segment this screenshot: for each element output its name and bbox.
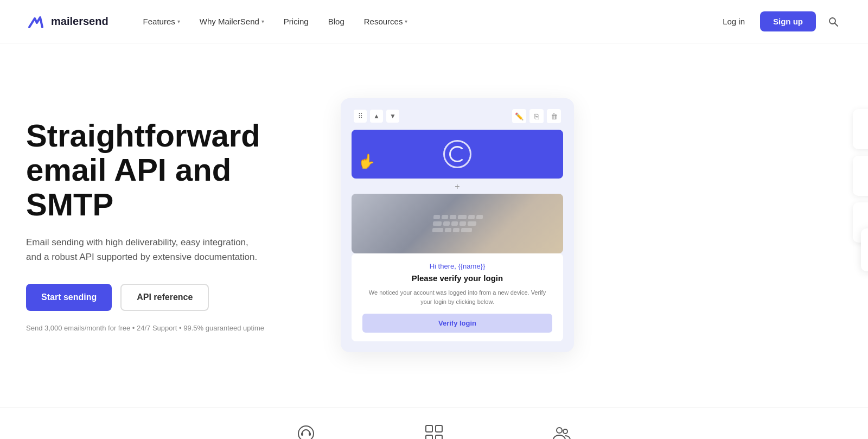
side-panel: Header Product xyxy=(853,109,868,243)
svg-point-11 xyxy=(298,426,314,439)
svg-rect-16 xyxy=(426,435,432,439)
drag-handle-icon: ⠿ xyxy=(354,110,367,123)
builder-toolbar: ⠿ ▲ ▼ ✏️ ⎘ 🗑 xyxy=(352,109,563,123)
nav-links: Features ▾ Why MailerSend ▾ Pricing Blog… xyxy=(135,12,717,30)
side-card-product: Product xyxy=(853,156,868,196)
email-image-block xyxy=(352,194,563,253)
login-button[interactable]: Log in xyxy=(716,12,751,30)
chevron-down-icon: ▾ xyxy=(405,18,407,24)
button-side-card: ↖ Button xyxy=(861,228,868,271)
search-button[interactable] xyxy=(825,13,842,30)
chevron-down-icon: ▾ xyxy=(261,18,264,24)
hero-title: Straightforward email API and SMTP xyxy=(26,118,308,222)
api-reference-button[interactable]: API reference xyxy=(120,284,209,311)
delete-icon[interactable]: 🗑 xyxy=(547,109,561,123)
users-icon xyxy=(552,424,572,439)
logo-link[interactable]: mailersend xyxy=(26,12,108,31)
hero-section: Straightforward email API and SMTP Email… xyxy=(0,43,868,396)
templates-icon xyxy=(424,424,444,439)
nav-blog[interactable]: Blog xyxy=(320,12,353,30)
hero-subtitle: Email sending with high deliverability, … xyxy=(26,235,265,264)
bottom-icons-row xyxy=(0,407,868,439)
nav-why[interactable]: Why MailerSend ▾ xyxy=(191,12,273,30)
email-subject: Please verify your login xyxy=(362,273,552,283)
hero-ctas: Start sending API reference xyxy=(26,284,308,311)
chevron-down-icon[interactable]: ▼ xyxy=(386,110,399,123)
email-logo-inner xyxy=(449,146,465,162)
support-icon xyxy=(296,424,316,439)
nav-pricing[interactable]: Pricing xyxy=(275,12,317,30)
search-icon xyxy=(828,16,839,27)
edit-icon[interactable]: ✏️ xyxy=(512,109,526,123)
cursor-hand-icon: 👆 xyxy=(358,153,375,170)
svg-line-1 xyxy=(835,23,838,26)
nav-right: Log in Sign up xyxy=(716,11,842,31)
svg-point-18 xyxy=(557,428,562,433)
email-body: We noticed your account was logged into … xyxy=(362,288,552,306)
signup-button[interactable]: Sign up xyxy=(760,11,816,31)
bottom-icon-templates xyxy=(424,424,444,439)
svg-rect-13 xyxy=(309,432,311,436)
bottom-icon-users xyxy=(552,424,572,439)
navbar: mailersend Features ▾ Why MailerSend ▾ P… xyxy=(0,0,868,43)
svg-rect-17 xyxy=(436,435,442,439)
svg-rect-15 xyxy=(436,425,442,432)
email-builder-card: ⠿ ▲ ▼ ✏️ ⎘ 🗑 👆 + xyxy=(341,98,574,352)
keyboard-visual xyxy=(432,215,483,232)
side-card-header: Header xyxy=(853,109,868,149)
svg-rect-12 xyxy=(301,432,303,436)
verify-login-button[interactable]: Verify login xyxy=(362,314,552,333)
chevron-up-icon[interactable]: ▲ xyxy=(370,110,383,123)
add-block-button[interactable]: + xyxy=(352,180,563,194)
start-sending-button[interactable]: Start sending xyxy=(26,284,112,311)
hero-meta: Send 3,000 emails/month for free • 24/7 … xyxy=(26,324,308,332)
email-logo-circle xyxy=(443,140,471,168)
email-header-block: 👆 xyxy=(352,130,563,179)
hero-content: Straightforward email API and SMTP Email… xyxy=(26,118,308,333)
svg-point-19 xyxy=(563,429,567,434)
toolbar-right: ✏️ ⎘ 🗑 xyxy=(512,109,561,123)
toolbar-left: ⠿ ▲ ▼ xyxy=(354,110,399,123)
email-greeting: Hi there, {{name}} xyxy=(362,262,552,270)
chevron-down-icon: ▾ xyxy=(177,18,180,24)
logo-text: mailersend xyxy=(51,15,108,28)
nav-features[interactable]: Features ▾ xyxy=(135,12,189,30)
email-content-block: Hi there, {{name}} Please verify your lo… xyxy=(352,253,563,341)
svg-rect-14 xyxy=(426,425,432,432)
nav-resources[interactable]: Resources ▾ xyxy=(355,12,417,30)
logo-icon xyxy=(26,12,46,31)
hero-visual: ⠿ ▲ ▼ ✏️ ⎘ 🗑 👆 + xyxy=(308,98,842,352)
bottom-icon-support xyxy=(296,424,316,439)
svg-point-0 xyxy=(829,18,835,24)
copy-icon[interactable]: ⎘ xyxy=(529,109,544,123)
